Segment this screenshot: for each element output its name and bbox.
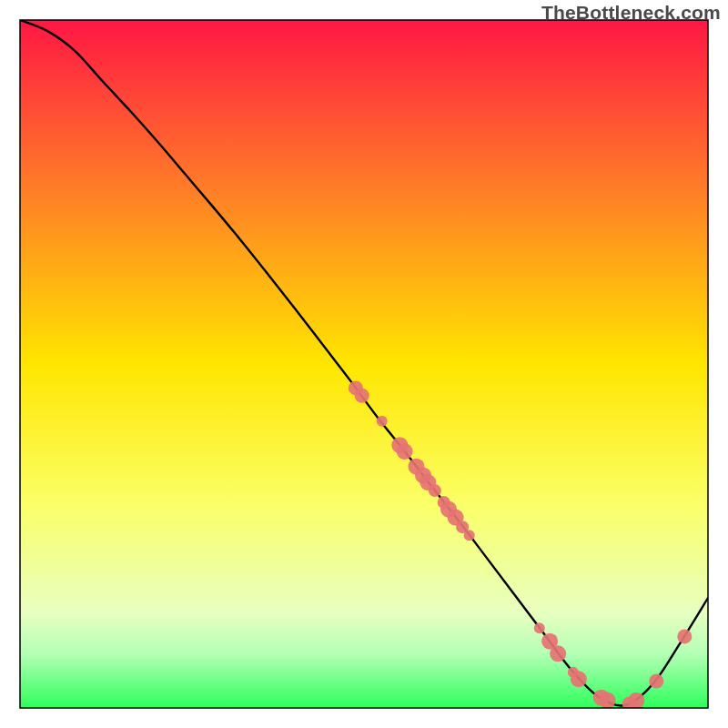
- data-point: [397, 443, 413, 460]
- data-point: [550, 645, 566, 662]
- data-point: [649, 674, 663, 689]
- data-point: [628, 693, 644, 709]
- data-point: [600, 693, 616, 709]
- bottleneck-chart: [0, 0, 728, 728]
- data-point: [355, 389, 369, 403]
- data-point: [377, 416, 388, 427]
- data-point: [464, 530, 475, 541]
- gradient-background: [20, 20, 708, 708]
- data-point: [534, 622, 545, 633]
- data-point: [677, 629, 692, 643]
- data-point: [571, 671, 587, 687]
- chart-root: TheBottleneck.com: [0, 0, 728, 728]
- data-point: [429, 484, 441, 497]
